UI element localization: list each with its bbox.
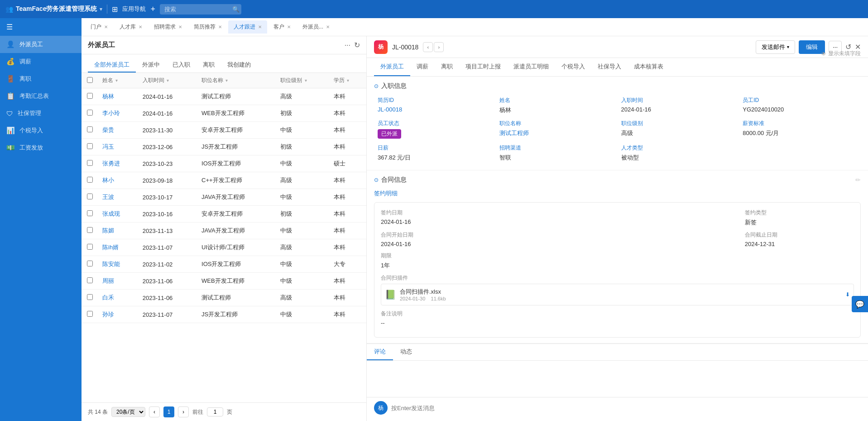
download-icon[interactable]: ⬇: [845, 291, 850, 298]
tab-client-close[interactable]: ✕: [287, 24, 291, 29]
sidebar-item-salary[interactable]: 💰 调薪: [0, 53, 82, 70]
send-email-button[interactable]: 发送邮件 ▾: [756, 40, 795, 54]
tab-resume-close[interactable]: ✕: [218, 24, 222, 29]
row-checkbox[interactable]: [87, 160, 93, 166]
tab-talent-close[interactable]: ✕: [139, 24, 142, 29]
value-resume-id[interactable]: JL-00018: [378, 106, 492, 113]
row-checkbox[interactable]: [87, 311, 93, 317]
sidebar-item-dispatch[interactable]: 👤 外派员工: [0, 36, 82, 53]
tab-recruit[interactable]: 招聘需求 ✕: [149, 20, 187, 34]
label-salary-std: 薪资标准: [743, 120, 857, 127]
sub-tab-created[interactable]: 我创建的: [221, 58, 257, 73]
table-row[interactable]: 陈安能 2023-11-02 IOS开发工程师 中级 大专: [82, 256, 366, 273]
cell-education: 大专: [329, 256, 366, 273]
onboard-toggle[interactable]: ⊙: [374, 83, 379, 89]
sub-tab-resigned[interactable]: 离职: [197, 58, 221, 73]
detail-tab-cost[interactable]: 成本核算表: [628, 58, 670, 76]
detail-prev-button[interactable]: ‹: [423, 42, 433, 52]
detail-tab-leave[interactable]: 离职: [435, 58, 459, 76]
tab-dispatch-close[interactable]: ✕: [326, 24, 330, 29]
table-row[interactable]: 柴贵 2023-11-30 安卓开发工程师 中级 本科: [82, 122, 366, 139]
row-checkbox[interactable]: [87, 210, 93, 216]
sidebar-item-tax[interactable]: 📊 个税导入: [0, 122, 82, 139]
grid-icon[interactable]: ⊞: [112, 5, 118, 14]
table-row[interactable]: 白禾 2023-11-06 测试工程师 高级 本科: [82, 290, 366, 306]
comment-input[interactable]: [391, 405, 861, 411]
page-size-select[interactable]: 20条/页 50条/页: [111, 407, 145, 417]
row-checkbox[interactable]: [87, 110, 93, 116]
table-row[interactable]: 陈媚 2023-11-13 JAVA开发工程师 中级 本科: [82, 223, 366, 239]
sub-tab-dispatching[interactable]: 外派中: [136, 58, 166, 73]
tab-followup[interactable]: 人才跟进 ✕: [228, 20, 267, 34]
detail-tab-dispatch[interactable]: 外派员工: [374, 58, 410, 76]
brand-dropdown-icon[interactable]: ▾: [100, 6, 102, 12]
col-name-filter[interactable]: ▾: [115, 78, 118, 83]
value-position[interactable]: 测试工程师: [499, 129, 614, 137]
help-button[interactable]: 💬: [852, 296, 868, 312]
contract-edit-icon[interactable]: ✏: [855, 176, 861, 184]
table-row[interactable]: 林小 2023-09-18 C++开发工程师 高级 本科: [82, 172, 366, 189]
sidebar-item-leave[interactable]: 🚪 离职: [0, 70, 82, 87]
table-row[interactable]: 孙珍 2023-11-07 JS开发工程师 中级 本科: [82, 306, 366, 323]
sidebar-item-attendance[interactable]: 📋 考勤汇总表: [0, 87, 82, 105]
table-row[interactable]: 周丽 2023-11-06 WEB开发工程师 中级 本科: [82, 273, 366, 290]
sidebar-item-social[interactable]: 🛡 社保管理: [0, 105, 82, 122]
row-checkbox[interactable]: [87, 143, 93, 149]
table-row[interactable]: 张勇进 2023-10-23 IOS开发工程师 中级 硕士: [82, 155, 366, 172]
list-refresh-button[interactable]: ↻: [354, 41, 360, 49]
label-notes: 备注说明: [381, 310, 854, 318]
row-checkbox[interactable]: [87, 277, 93, 283]
row-checkbox[interactable]: [87, 244, 93, 250]
detail-tab-staff-detail[interactable]: 派遣员工明细: [507, 58, 555, 76]
table-row[interactable]: 王波 2023-10-17 JAVA开发工程师 中级 本科: [82, 189, 366, 206]
row-checkbox[interactable]: [87, 261, 93, 266]
row-checkbox[interactable]: [87, 126, 93, 132]
table-row[interactable]: 杨林 2024-01-16 测试工程师 高级 本科: [82, 88, 366, 105]
table-row[interactable]: 冯玉 2023-12-06 JS开发工程师 初级 本科: [82, 139, 366, 155]
col-education-filter[interactable]: ▾: [347, 78, 349, 83]
tab-client[interactable]: 客户 ✕: [268, 20, 296, 34]
sidebar-item-payroll[interactable]: 💵 工资发放: [0, 139, 82, 156]
col-position-filter[interactable]: ▾: [225, 78, 228, 83]
detail-tab-salary[interactable]: 调薪: [410, 58, 435, 76]
col-level-filter[interactable]: ▾: [305, 78, 307, 83]
row-checkbox[interactable]: [87, 227, 93, 233]
detail-tab-hours[interactable]: 项目工时上报: [459, 58, 507, 76]
tab-recruit-close[interactable]: ✕: [178, 24, 182, 29]
add-tab-button[interactable]: +: [150, 5, 155, 14]
sidebar-toggle[interactable]: ☰: [0, 18, 82, 36]
row-checkbox[interactable]: [87, 194, 93, 199]
tab-portal-close[interactable]: ✕: [104, 24, 108, 29]
tab-portal[interactable]: 门户 ✕: [85, 20, 113, 34]
comment-tab-comments[interactable]: 评论: [367, 344, 393, 360]
sub-tab-all[interactable]: 全部外派员工: [88, 58, 136, 73]
prev-page-button[interactable]: ‹: [149, 406, 160, 417]
comment-tab-activity[interactable]: 动态: [393, 344, 419, 360]
search-input[interactable]: [160, 4, 241, 15]
detail-next-button[interactable]: ›: [434, 42, 444, 52]
tab-resume[interactable]: 简历推荐 ✕: [188, 20, 227, 34]
contract-link[interactable]: 签约明细: [367, 188, 868, 202]
tab-dispatch[interactable]: 外派员... ✕: [297, 20, 335, 34]
detail-tab-tax[interactable]: 个税导入: [555, 58, 591, 76]
apps-label[interactable]: 应用导航: [122, 5, 146, 13]
detail-tab-social[interactable]: 社保导入: [591, 58, 628, 76]
status-badge: 已外派: [378, 129, 401, 139]
show-empty-fields-toggle[interactable]: 👁 显示未填字段: [821, 50, 861, 58]
table-row[interactable]: 陈ih婿 2023-11-07 UI设计师/工程师 高级 本科: [82, 239, 366, 256]
contract-toggle[interactable]: ⊙: [374, 177, 379, 183]
table-row[interactable]: 张成现 2023-10-16 安卓开发工程师 初级 本科: [82, 206, 366, 223]
contract-row-3: 期限 1年: [381, 252, 854, 270]
table-row[interactable]: 李小玲 2024-01-16 WEB开发工程师 初级 本科: [82, 105, 366, 122]
page-input[interactable]: [207, 407, 223, 416]
row-checkbox[interactable]: [87, 294, 93, 300]
col-date-filter[interactable]: ▾: [167, 78, 169, 83]
row-checkbox[interactable]: [87, 177, 93, 183]
row-checkbox[interactable]: [87, 93, 93, 99]
tab-talent[interactable]: 人才库 ✕: [114, 20, 148, 34]
next-page-button[interactable]: ›: [178, 406, 189, 417]
select-all-checkbox[interactable]: [87, 77, 93, 83]
list-more-button[interactable]: ···: [345, 41, 350, 49]
sub-tab-onboarded[interactable]: 已入职: [166, 58, 197, 73]
tab-followup-close[interactable]: ✕: [258, 24, 262, 29]
